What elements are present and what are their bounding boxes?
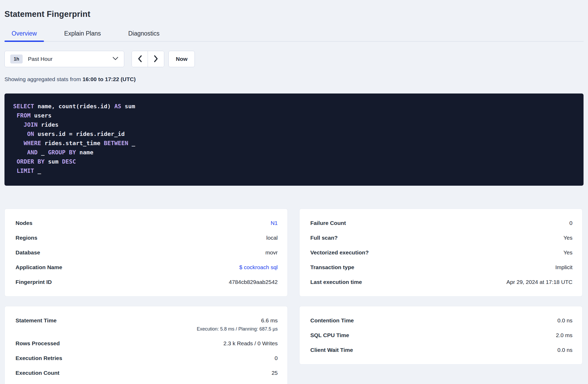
row-label: Vectorized execution? — [310, 249, 369, 256]
row-value: 4784cb829aab2542 — [229, 279, 278, 285]
sql-text: name, count(rides.id) — [34, 103, 114, 110]
row-full-scan: Full scan?Yes — [310, 230, 572, 245]
row-database: Databasemovr — [16, 245, 278, 260]
row-client-wait-time: Client Wait Time0.0 ns — [310, 343, 572, 357]
row-value-link[interactable]: N1 — [271, 220, 278, 226]
chevron-right-icon — [154, 55, 158, 63]
time-preset-badge: 1h — [10, 55, 23, 63]
sql-statement-box: SELECT name, count(rides.id) AS sum FROM… — [4, 93, 584, 186]
sql-text — [13, 112, 17, 119]
row-application-name: Application Name$ cockroach sql — [16, 260, 278, 275]
sql-keyword: SELECT — [13, 103, 34, 110]
row-value: Apr 29, 2024 at 17:18 UTC — [506, 279, 572, 285]
row-label: Regions — [16, 235, 37, 241]
row-value-group: 25 — [272, 370, 278, 376]
time-range-dropdown[interactable]: 1h Past Hour — [4, 51, 124, 67]
sql-line: LIMIT _ — [13, 166, 576, 175]
prev-time-button[interactable] — [132, 51, 148, 67]
row-value-group: 2.3 k Reads / 0 Writes — [223, 340, 278, 347]
row-value: 6.6 ms — [197, 317, 278, 324]
row-value: movr — [265, 249, 278, 256]
now-button[interactable]: Now — [168, 51, 195, 67]
sql-keyword: BETWEEN — [104, 140, 128, 146]
card-resource-usage: Contention Time0.0 nsSQL CPU Time2.0 msC… — [299, 306, 582, 365]
row-value-group: Apr 29, 2024 at 17:18 UTC — [506, 279, 572, 285]
stats-line-prefix: Showing aggregated stats from — [4, 76, 83, 82]
sql-keyword: DESC — [62, 158, 76, 165]
sql-keyword: AS — [114, 103, 121, 110]
sql-text: sum — [44, 158, 62, 165]
sql-keyword: ORDER BY — [17, 158, 44, 165]
tab-diagnostics[interactable]: Diagnostics — [121, 26, 167, 41]
tab-overview[interactable]: Overview — [4, 26, 44, 41]
row-value: 0.0 ns — [557, 317, 572, 324]
sql-keyword: GROUP BY — [48, 149, 76, 156]
row-value: 0.0 ns — [557, 347, 572, 353]
sql-text: sum — [121, 103, 135, 110]
row-label: Failure Count — [310, 220, 346, 226]
sql-keyword: WHERE — [24, 140, 41, 146]
chevron-down-icon — [112, 57, 118, 61]
row-label: Application Name — [16, 264, 62, 270]
time-range-label: Past Hour — [28, 56, 112, 62]
sql-keyword: ON — [27, 131, 34, 137]
tab-bar: Overview Explain Plans Diagnostics — [4, 26, 584, 42]
row-value-link[interactable]: $ cockroach sql — [239, 264, 278, 270]
row-label: Execution Retries — [16, 355, 62, 361]
row-value-group: local — [266, 235, 278, 241]
sql-text: _ — [38, 149, 48, 156]
sql-text: _ — [128, 140, 135, 146]
sql-text: users.id = rides.rider_id — [34, 131, 124, 137]
sql-line: JOIN rides — [13, 120, 576, 129]
sql-line: SELECT name, count(rides.id) AS sum — [13, 102, 576, 111]
row-value-group: N1 — [271, 220, 278, 226]
row-label: Full scan? — [310, 235, 338, 241]
sql-line: AND _ GROUP BY name — [13, 148, 576, 157]
sql-text — [13, 131, 27, 137]
next-time-button[interactable] — [148, 51, 164, 67]
row-value-group: $ cockroach sql — [239, 264, 278, 270]
row-label: Fingerprint ID — [16, 279, 52, 285]
sql-line: FROM users — [13, 111, 576, 120]
time-nav-group — [132, 51, 164, 67]
row-label: Last execution time — [310, 279, 362, 285]
summary-cards: NodesN1RegionslocalDatabasemovrApplicati… — [4, 209, 584, 384]
sql-line: WHERE rides.start_time BETWEEN _ — [13, 139, 576, 148]
sql-text — [13, 158, 17, 165]
row-nodes: NodesN1 — [16, 216, 278, 230]
card-execution-timing: Statement Time6.6 msExecution: 5.8 ms / … — [4, 306, 288, 384]
row-value-group: 0 — [275, 355, 278, 361]
chevron-left-icon — [138, 55, 142, 63]
sql-keyword: JOIN — [24, 121, 38, 128]
tab-explain-plans[interactable]: Explain Plans — [57, 26, 108, 41]
row-value-group: 4784cb829aab2542 — [229, 279, 278, 285]
row-label: Client Wait Time — [310, 347, 353, 353]
statement-fingerprint-page: Statement Fingerprint Overview Explain P… — [0, 0, 588, 384]
row-failure-count: Failure Count0 — [310, 216, 572, 230]
row-value-group: Yes — [564, 249, 572, 256]
card-execution-attributes: Failure Count0Full scan?YesVectorized ex… — [299, 209, 582, 297]
row-value-group: movr — [265, 249, 278, 256]
row-value: Implicit — [555, 264, 572, 270]
sql-keyword: AND — [27, 149, 38, 156]
sql-text: rides.start_time — [41, 140, 104, 146]
row-fingerprint-id: Fingerprint ID4784cb829aab2542 — [16, 275, 278, 289]
row-value: Yes — [564, 249, 572, 256]
sql-text — [13, 121, 24, 128]
row-subvalue: Execution: 5.8 ms / Planning: 687.5 µs — [197, 326, 278, 332]
sql-text — [13, 140, 24, 146]
row-vectorized-execution: Vectorized execution?Yes — [310, 245, 572, 260]
aggregated-stats-line: Showing aggregated stats from 16:00 to 1… — [4, 76, 584, 82]
sql-text — [13, 149, 27, 156]
row-value-group: 0 — [569, 220, 572, 226]
row-last-execution-time: Last execution timeApr 29, 2024 at 17:18… — [310, 275, 572, 289]
row-regions: Regionslocal — [16, 230, 278, 245]
row-label: Statement Time — [16, 317, 57, 324]
row-value: 0 — [275, 355, 278, 361]
row-value: 25 — [272, 370, 278, 376]
row-label: SQL CPU Time — [310, 332, 349, 338]
sql-text: _ — [34, 168, 41, 174]
sql-text: users — [31, 112, 51, 119]
sql-line: ON users.id = rides.rider_id — [13, 129, 576, 139]
sql-line: ORDER BY sum DESC — [13, 157, 576, 166]
